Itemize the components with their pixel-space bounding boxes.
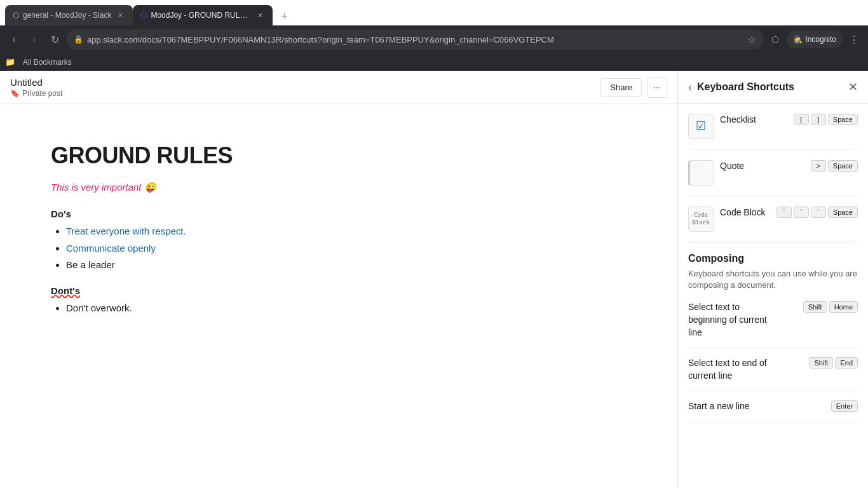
panel-close-button[interactable]: ✕	[848, 80, 858, 94]
key-home: Home	[829, 301, 858, 313]
key-backtick-2: `	[794, 207, 809, 218]
tab1-favicon: ⬡	[13, 11, 19, 20]
checkbox-icon: ☑	[696, 119, 706, 133]
composing-section: Composing Keyboard shortcuts you can use…	[688, 253, 858, 423]
panel-header: ‹ Keyboard Shortcuts ✕	[678, 71, 868, 104]
composing-description: Keyboard shortcuts you can use while you…	[688, 268, 858, 291]
communicate-link[interactable]: Communicate openly	[66, 243, 156, 254]
incognito-icon: 🕵	[793, 35, 803, 44]
profile-section[interactable]: 🕵 Incognito	[787, 30, 843, 48]
quote-name: Quote	[720, 160, 744, 173]
doc-body: GROUND RULES This is very important 😜 Do…	[0, 104, 677, 488]
doc-subtitle-text: Private post	[22, 89, 62, 98]
browser-chrome: ⬡ general - MoodJoy - Slack ✕ ⬡ MoodJoy …	[0, 0, 868, 71]
checklist-icon-box: ☑	[688, 114, 714, 139]
select-end-shortcut: Select text to end of current line Shift…	[688, 357, 858, 391]
bookmarks-folder-icon: 📁	[5, 57, 15, 67]
select-beginning-label: Select text to beginning of current line	[688, 301, 777, 339]
quote-shortcut: Quote > Space	[688, 160, 858, 196]
tab2-favicon: ⬡	[140, 11, 147, 20]
address-bar[interactable]: 🔒 app.slack.com/docs/T067MEBPPUY/F066NAM…	[66, 29, 764, 50]
tab-1[interactable]: ⬡ general - MoodJoy - Slack ✕	[5, 5, 133, 25]
checklist-name: Checklist	[720, 114, 756, 126]
main-content: Untitled 🔖 Private post Share ··· GROUND…	[0, 71, 677, 488]
donts-section: Dont's Don't overwork.	[51, 285, 627, 316]
dos-section: Do's Treat everyone with respect. Commun…	[51, 208, 627, 273]
quote-keys: > Space	[811, 160, 858, 172]
key-shift-end: Shift	[809, 357, 833, 369]
new-line-keys: Enter	[831, 400, 858, 412]
key-shift-beginning: Shift	[803, 301, 827, 313]
quote-label-section: Quote	[688, 160, 806, 186]
doc-subtitle: 🔖 Private post	[10, 89, 62, 98]
address-text: app.slack.com/docs/T067MEBPPUY/F066NAMN1…	[87, 35, 743, 44]
key-space-checklist: Space	[828, 114, 858, 125]
donts-list: Don't overwork.	[51, 301, 627, 316]
doc-subtitle-italic: This is very important 😜	[51, 182, 627, 193]
list-item: Communicate openly	[66, 241, 627, 256]
shortcuts-panel: ‹ Keyboard Shortcuts ✕ ☑ Checklist [ ] S…	[677, 71, 868, 488]
doc-main-title: GROUND RULES	[51, 142, 627, 169]
extensions-button[interactable]: ⬡	[766, 30, 784, 48]
checklist-label-section: ☑ Checklist	[688, 114, 789, 139]
back-button[interactable]: ‹	[5, 30, 23, 48]
treat-link[interactable]: Treat everyone with respect.	[66, 226, 186, 236]
codeblock-keys: ` ` ` Space	[776, 207, 858, 218]
be-leader-text: Be a leader	[66, 259, 115, 270]
key-greater-than: >	[811, 160, 826, 172]
star-icon[interactable]: ☆	[747, 34, 756, 46]
quote-icon-box	[688, 160, 714, 186]
doc-title-section: Untitled 🔖 Private post	[10, 77, 62, 98]
more-options-button[interactable]: ···	[647, 78, 667, 98]
dos-heading: Do's	[51, 208, 627, 219]
all-bookmarks-label[interactable]: All Bookmarks	[18, 57, 77, 68]
refresh-button[interactable]: ↻	[46, 30, 64, 48]
key-close-bracket: ]	[811, 114, 826, 125]
tab2-title: MoodJoy - GROUND RULES -	[151, 11, 251, 20]
tab-bar: ⬡ general - MoodJoy - Slack ✕ ⬡ MoodJoy …	[0, 0, 868, 25]
forward-button[interactable]: ›	[25, 30, 43, 48]
new-tab-button[interactable]: +	[275, 8, 293, 25]
composing-title: Composing	[688, 253, 858, 264]
lock-small-icon: 🔖	[10, 89, 20, 98]
key-space-quote: Space	[828, 160, 858, 172]
app-layout: Untitled 🔖 Private post Share ··· GROUND…	[0, 71, 868, 488]
tab2-close[interactable]: ✕	[255, 10, 265, 20]
tab1-close[interactable]: ✕	[115, 10, 125, 20]
select-beginning-shortcut: Select text to beginning of current line…	[688, 301, 858, 348]
select-end-keys: Shift End	[809, 357, 858, 369]
panel-title: Keyboard Shortcuts	[697, 81, 843, 93]
codeblock-name: Code Block	[720, 207, 766, 219]
doc-title: Untitled	[10, 77, 62, 88]
tab1-title: general - MoodJoy - Slack	[23, 11, 111, 20]
subtitle-text: This is very important 😜	[51, 182, 156, 193]
key-space-code: Space	[828, 207, 858, 218]
panel-body: ☑ Checklist [ ] Space Quote >	[678, 104, 868, 488]
list-item: Don't overwork.	[66, 301, 627, 316]
list-item: Treat everyone with respect.	[66, 224, 627, 239]
codeblock-icon-box: CodeBlock	[688, 207, 714, 232]
dos-list: Treat everyone with respect. Communicate…	[51, 224, 627, 273]
new-line-label: Start a new line	[688, 400, 777, 413]
list-item: Be a leader	[66, 258, 627, 273]
key-enter: Enter	[831, 400, 858, 412]
profile-label: Incognito	[805, 35, 836, 44]
nav-bar: ‹ › ↻ 🔒 app.slack.com/docs/T067MEBPPUY/F…	[0, 25, 868, 53]
donts-heading: Dont's	[51, 285, 627, 296]
key-open-bracket: [	[794, 114, 809, 125]
key-backtick-3: `	[811, 207, 826, 218]
dont-overwork-text: Don't overwork.	[66, 302, 132, 313]
key-end: End	[835, 357, 858, 369]
select-end-label: Select text to end of current line	[688, 357, 777, 382]
panel-back-button[interactable]: ‹	[688, 81, 692, 93]
share-button[interactable]: Share	[600, 78, 642, 97]
toolbar-right: Share ···	[600, 78, 667, 98]
tab-2[interactable]: ⬡ MoodJoy - GROUND RULES - ✕	[133, 5, 273, 25]
bookmarks-bar: 📁 All Bookmarks	[0, 53, 868, 71]
doc-toolbar: Untitled 🔖 Private post Share ···	[0, 71, 677, 104]
select-beginning-keys: Shift Home	[803, 301, 858, 313]
menu-button[interactable]: ⋮	[845, 30, 863, 48]
checklist-shortcut: ☑ Checklist [ ] Space	[688, 114, 858, 150]
codeblock-label-section: CodeBlock Code Block	[688, 207, 771, 232]
new-line-shortcut: Start a new line Enter	[688, 400, 858, 423]
